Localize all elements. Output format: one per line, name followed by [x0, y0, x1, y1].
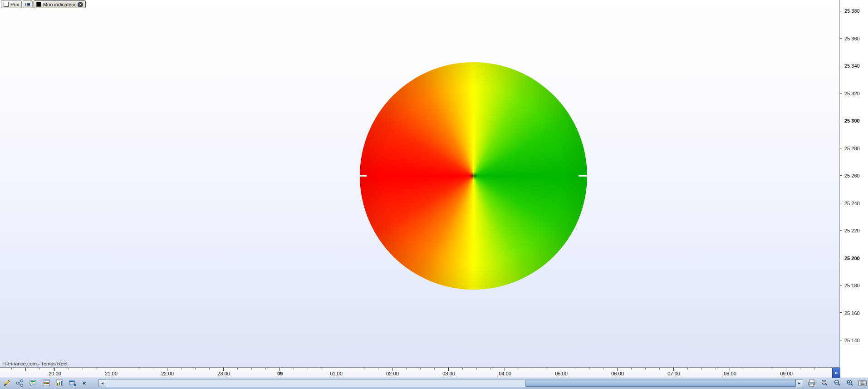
zoom-in-button[interactable]: [846, 379, 854, 387]
price-axis-label: 25 180: [844, 282, 860, 289]
price-axis-label: 25 220: [844, 227, 860, 234]
price-swatch-icon: [4, 2, 9, 7]
wheel-left-notch: [359, 175, 367, 177]
price-axis-label: 25 360: [844, 35, 860, 42]
wheel-right-notch: [579, 175, 588, 177]
price-axis-label: 25 240: [844, 200, 860, 207]
time-axis-label: 21:00: [98, 371, 125, 376]
time-axis-label: 03:00: [435, 371, 462, 376]
scrollbar-track[interactable]: [106, 379, 795, 387]
time-axis-more-button[interactable]: »: [832, 368, 840, 378]
time-axis-label: 09:00: [773, 371, 800, 376]
time-axis-label: 20:00: [41, 371, 69, 376]
time-axis-label: 02:00: [379, 371, 406, 376]
right-toolbar: [808, 379, 867, 387]
price-axis-label: 25 140: [844, 337, 860, 344]
chart-bars-icon: [55, 379, 64, 387]
tab-list-icon: [25, 2, 30, 7]
left-toolbar: «: [3, 379, 87, 387]
chat-button[interactable]: [29, 379, 37, 387]
zoom-out-button[interactable]: [833, 379, 841, 387]
detach-window-icon: [69, 379, 77, 387]
price-axis-ticks: [840, 0, 842, 354]
portfolio-icon: [42, 379, 50, 387]
price-axis-label: 25 160: [844, 310, 860, 316]
tab-list-button[interactable]: [23, 0, 33, 8]
price-axis-label: 25 260: [844, 172, 860, 179]
keyboard-button[interactable]: [858, 379, 867, 387]
print-button[interactable]: [808, 379, 816, 387]
scrollbar-thumb[interactable]: [525, 380, 795, 387]
time-axis-label: 07:00: [660, 371, 687, 376]
price-axis-label: 25 320: [844, 90, 860, 97]
horizontal-scrollbar[interactable]: ◄ ►: [98, 379, 803, 387]
time-axis-label: 05:00: [548, 371, 575, 376]
time-axis-label: 23:00: [210, 371, 237, 376]
scroll-right-button[interactable]: ►: [795, 379, 803, 387]
time-axis-label: 08:00: [716, 371, 744, 376]
zoom-vertical-button[interactable]: [820, 379, 829, 387]
zoom-vertical-icon: [820, 379, 829, 387]
price-axis-label: 25 280: [844, 145, 860, 152]
price-axis[interactable]: 25 38025 36025 34025 32025 30025 28025 2…: [839, 0, 868, 378]
price-axis-labels: 25 38025 36025 34025 32025 30025 28025 2…: [844, 8, 860, 344]
indicator-color-wheel: [360, 62, 587, 290]
print-icon: [808, 379, 816, 387]
watermark: IT-Finance.com - Temps Réel: [2, 361, 67, 366]
time-axis-label: 22:00: [154, 371, 181, 376]
time-axis[interactable]: 20:0021:0022:0023:000901:0002:0003:0004:…: [0, 367, 839, 378]
tab-price-label: Prix: [10, 2, 19, 7]
portfolio-button[interactable]: [42, 379, 50, 387]
share-icon: [16, 379, 24, 387]
time-axis-label: 01:00: [323, 371, 350, 376]
close-icon[interactable]: ×: [78, 2, 83, 7]
time-axis-label: 06:00: [604, 371, 631, 376]
trading-platform-window: IT-Finance.com - Temps Réel Prix Mon ind…: [0, 0, 868, 389]
price-axis-label: 25 380: [844, 8, 860, 14]
chart-tab-bar: Prix Mon indicateur ×: [1, 0, 86, 8]
share-button[interactable]: [16, 379, 24, 387]
draw-tools-icon: [3, 379, 11, 387]
time-axis-label: 09: [266, 371, 294, 376]
draw-tools-button[interactable]: [3, 379, 11, 387]
chart-bars-button[interactable]: [55, 379, 64, 387]
tab-indicator-label: Mon indicateur: [43, 2, 76, 7]
keyboard-icon: [858, 380, 867, 386]
scroll-left-button[interactable]: ◄: [98, 379, 106, 387]
tab-indicator[interactable]: Mon indicateur ×: [34, 0, 86, 8]
time-axis-major-ticks: [0, 368, 817, 371]
chart-canvas[interactable]: IT-Finance.com - Temps Réel: [0, 0, 839, 367]
price-axis-label: 25 200: [844, 255, 860, 261]
indicator-swatch-icon: [36, 2, 41, 7]
detach-window-button[interactable]: [69, 379, 77, 387]
zoom-in-icon: [846, 379, 854, 387]
tab-price[interactable]: Prix: [1, 0, 22, 8]
time-axis-label: 04:00: [491, 371, 519, 376]
price-axis-label: 25 340: [844, 63, 860, 69]
collapse-toolbar-button[interactable]: «: [82, 379, 87, 387]
zoom-out-icon: [833, 379, 841, 387]
price-axis-label: 25 300: [844, 118, 860, 124]
chat-icon: [29, 379, 37, 387]
time-axis-labels: 20:0021:0022:0023:000901:0002:0003:0004:…: [41, 371, 800, 376]
